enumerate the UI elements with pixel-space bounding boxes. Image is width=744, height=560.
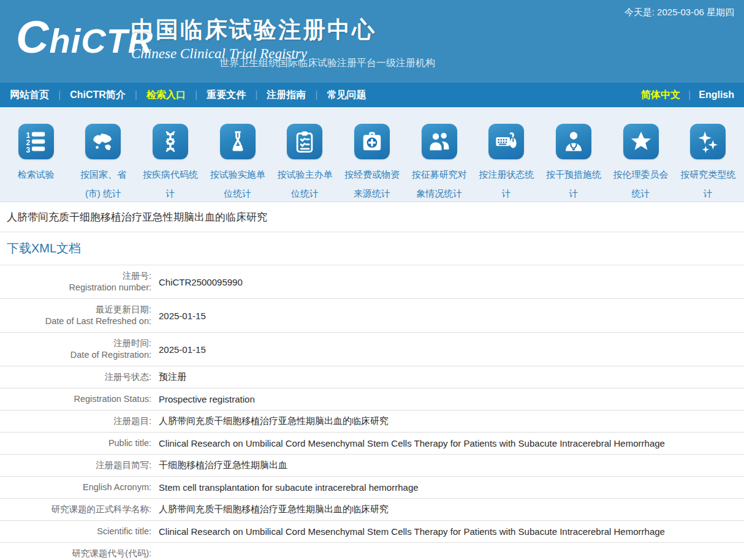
row-value: Clinical Research on Umbilical Cord Mese…	[151, 433, 744, 453]
nav-item-search[interactable]: 检索入口	[126, 89, 186, 102]
stat-link-by-funding[interactable]: 按经费或物资来源统计	[338, 124, 406, 202]
row-label: 注册时间:Date of Registration:	[0, 333, 151, 366]
row-label: 注册题目简写:	[0, 455, 151, 476]
sparkles-icon	[690, 124, 726, 159]
table-row: 研究课题的正式科学名称:人脐带间充质干细胞移植治疗亚急性期脑出血的临床研究	[0, 499, 744, 521]
table-row: Public title:Clinical Research on Umbili…	[0, 433, 744, 455]
table-row: 研究课题代号(代码):Study subject ID:	[0, 543, 744, 560]
stat-link-label: 按干预措施统计	[540, 165, 607, 203]
row-value: 2025-01-15	[151, 306, 744, 326]
row-label: 研究课题代号(代码):Study subject ID:	[0, 543, 151, 560]
table-row: 注册题目简写:干细胞移植治疗亚急性期脑出血	[0, 455, 744, 477]
stat-link-by-recruiting[interactable]: 按征募研究对象情况统计	[406, 124, 473, 202]
table-row: 注册号状态:预注册	[0, 366, 744, 388]
stat-link-label: 按疾病代码统计	[137, 165, 204, 203]
row-label: Registration Status:	[0, 388, 151, 410]
stat-link-label: 按经费或物资来源统计	[338, 165, 406, 203]
row-value: 人脐带间充质干细胞移植治疗亚急性期脑出血的临床研究	[151, 499, 744, 520]
lang-en-link[interactable]: English	[699, 89, 734, 100]
lang-separator: |	[688, 89, 691, 100]
world-map-icon	[85, 124, 121, 159]
stat-link-by-disease-code[interactable]: 按疾病代码统计	[137, 124, 204, 202]
row-label: Scientific title:	[0, 521, 151, 542]
table-row: 最近更新日期:Date of Last Refreshed on:2025-01…	[0, 299, 744, 333]
stat-link-label: 按试验实施单位统计	[204, 165, 271, 203]
row-value: 预注册	[151, 366, 744, 388]
people-icon	[422, 124, 457, 159]
table-row: 注册题目:人脐带间充质干细胞移植治疗亚急性期脑出血的临床研究	[0, 411, 744, 433]
stat-link-label: 按试验主办单位统计	[271, 165, 339, 203]
stat-link-label: 按征募研究对象情况统计	[406, 165, 473, 203]
registration-detail-table: 注册号:Registration number:ChiCTR2500095990…	[0, 265, 744, 560]
row-value: Clinical Research on Umbilical Cord Mese…	[151, 521, 744, 542]
flask-icon	[220, 124, 256, 159]
main-nav-list: 网站首页ChiCTR简介检索入口重要文件注册指南常见问题	[10, 89, 366, 102]
clipboard-icon	[287, 124, 322, 159]
row-value: Stem cell transplantation for subacute i…	[151, 477, 744, 498]
table-row: 注册时间:Date of Registration:2025-01-15	[0, 333, 744, 366]
nav-item-faq[interactable]: 常见问题	[306, 89, 366, 102]
row-label: 研究课题的正式科学名称:	[0, 499, 151, 520]
table-row: Scientific title:Clinical Research on Um…	[0, 521, 744, 543]
stat-link-label: 按研究类型统计	[674, 165, 742, 203]
stat-link-by-study-type[interactable]: 按研究类型统计	[674, 124, 742, 202]
xml-download-row: 下载XML文档	[0, 232, 744, 265]
stat-link-label: 按注册状态统计	[473, 165, 540, 203]
row-label: 注册题目:	[0, 411, 151, 432]
row-value: ChiCTR2500095990	[151, 272, 744, 292]
row-value	[151, 554, 744, 560]
stat-link-search-trials[interactable]: 123检索试验	[2, 124, 70, 202]
row-label: Public title:	[0, 433, 151, 454]
language-switch: 简体中文 | English	[641, 89, 734, 102]
stat-link-by-implement-site[interactable]: 按试验实施单位统计	[204, 124, 271, 202]
brand-block: 中国临床试验注册中心 Chinese Clinical Trial Regist…	[131, 15, 376, 62]
statistics-icon-strip: 123检索试验按国家、省(市) 统计按疾病代码统计按试验实施单位统计按试验主办单…	[0, 107, 744, 202]
numbered-list-icon: 123	[18, 124, 54, 159]
row-value: 人脐带间充质干细胞移植治疗亚急性期脑出血的临床研究	[151, 411, 744, 432]
svg-text:3: 3	[26, 146, 30, 153]
star-icon	[623, 124, 659, 159]
stat-link-by-intervention[interactable]: 按干预措施统计	[540, 124, 607, 202]
dna-icon	[153, 124, 188, 159]
stat-link-label: 检索试验	[2, 165, 70, 184]
nav-item-home[interactable]: 网站首页	[10, 89, 49, 102]
stat-link-label: 按伦理委员会统计	[607, 165, 675, 203]
nav-item-guide[interactable]: 注册指南	[246, 89, 306, 102]
today-date: 今天是: 2025-03-06 星期四	[624, 7, 734, 18]
row-value: Prospective registration	[151, 389, 744, 409]
table-row: Registration Status:Prospective registra…	[0, 388, 744, 411]
row-label: 最近更新日期:Date of Last Refreshed on:	[0, 299, 151, 332]
row-label: 注册号:Registration number:	[0, 265, 151, 298]
table-row: 注册号:Registration number:ChiCTR2500095990	[0, 265, 744, 299]
keyboard-mouse-icon	[488, 124, 524, 159]
doctor-icon	[556, 124, 591, 159]
row-value: 2025-01-15	[151, 339, 744, 360]
row-label: English Acronym:	[0, 477, 151, 498]
stat-link-by-sponsor[interactable]: 按试验主办单位统计	[271, 124, 339, 202]
brand-title-zh: 中国临床试验注册中心	[131, 15, 376, 45]
download-xml-link[interactable]: 下载XML文档	[7, 241, 81, 255]
medkit-icon	[354, 124, 390, 159]
nav-item-documents[interactable]: 重要文件	[186, 89, 246, 102]
stat-link-by-ethics[interactable]: 按伦理委员会统计	[607, 124, 675, 202]
stat-link-by-country[interactable]: 按国家、省(市) 统计	[70, 124, 137, 202]
site-header: ChiCTR 中国临床试验注册中心 Chinese Clinical Trial…	[0, 0, 744, 83]
who-platform-subtitle: 世界卫生组织国际临床试验注册平台一级注册机构	[219, 57, 435, 70]
page-title: 人脐带间充质干细胞移植治疗亚急性期脑出血的临床研究	[0, 202, 744, 232]
lang-zh-link[interactable]: 简体中文	[641, 89, 680, 102]
row-value: 干细胞移植治疗亚急性期脑出血	[151, 455, 744, 476]
stat-link-by-reg-status[interactable]: 按注册状态统计	[473, 124, 540, 202]
nav-item-about[interactable]: ChiCTR简介	[49, 89, 126, 102]
table-row: English Acronym:Stem cell transplantatio…	[0, 477, 744, 499]
stat-link-label: 按国家、省(市) 统计	[70, 165, 137, 203]
row-label: 注册号状态:	[0, 366, 151, 388]
main-nav: 网站首页ChiCTR简介检索入口重要文件注册指南常见问题 简体中文 | Engl…	[0, 83, 744, 107]
